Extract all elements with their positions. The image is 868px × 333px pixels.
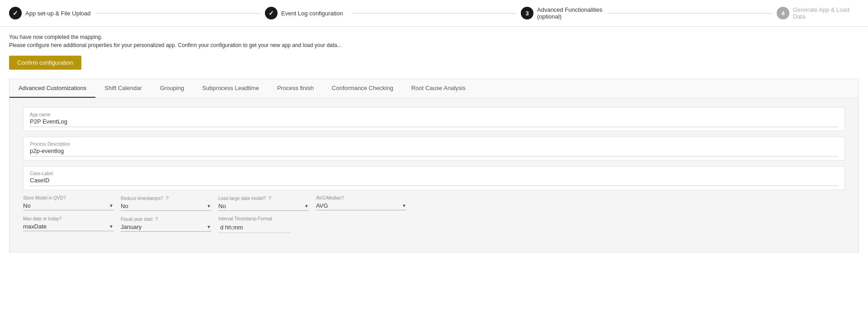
step-3-label: Advanced Functionalities (optional) [537, 6, 603, 20]
tab-root-cause-analysis[interactable]: Root Cause Analysis [402, 79, 475, 98]
step-1-circle: ✓ [9, 7, 22, 19]
step-3-number: 3 [525, 10, 528, 17]
tab-grouping[interactable]: Grouping [151, 79, 193, 98]
dropdowns-row-1: Store Model in QVD? No Yes ▼ Reduce time… [23, 195, 845, 211]
fiscal-year-arrow: ▼ [207, 224, 211, 229]
main-content: You have now completed the mapping. Plea… [0, 27, 868, 260]
step-4-label: Generate App & Load Data [793, 6, 859, 20]
max-date-wrapper: maxDate today ▼ [23, 223, 113, 231]
step-connector-1 [96, 13, 260, 14]
reduce-timestamps-help-icon: ? [166, 195, 169, 201]
store-model-field: Store Model in QVD? No Yes ▼ [23, 195, 113, 211]
step-2-label: Event Log configuration [281, 10, 343, 17]
step-1-checkmark: ✓ [13, 10, 18, 17]
avg-median-label: AVG/Median? [316, 195, 406, 200]
reduce-timestamps-arrow: ▼ [207, 204, 211, 209]
fiscal-year-wrapper: January February March April May June Ju… [121, 224, 211, 232]
step-connector-2 [352, 13, 516, 14]
stepper: ✓ App set-up & File Upload ✓ Event Log c… [0, 0, 868, 27]
step-3: 3 Advanced Functionalities (optional) [521, 6, 603, 20]
load-large-help-icon: ? [269, 195, 271, 201]
fiscal-year-help-icon: ? [155, 216, 158, 222]
case-label-value[interactable]: CaseID [30, 177, 838, 186]
avg-median-select[interactable]: AVG Median [316, 202, 400, 209]
avg-median-field: AVG/Median? AVG Median ▼ [316, 195, 406, 211]
reduce-timestamps-select[interactable]: No Yes [121, 203, 205, 209]
info-line2: Please configure here additional propert… [9, 42, 859, 48]
store-model-arrow: ▼ [109, 203, 113, 208]
store-model-wrapper: No Yes ▼ [23, 202, 113, 210]
max-date-arrow: ▼ [109, 224, 113, 229]
step-4-number: 4 [781, 10, 784, 17]
step-1-label: App set-up & File Upload [25, 10, 91, 17]
case-label-field: Case-Label CaseID [23, 166, 845, 190]
tab-content-advanced: App name P2P EventLog Process Descriptio… [9, 98, 859, 252]
app-name-field: App name P2P EventLog [23, 107, 845, 131]
load-large-wrapper: No Yes ▼ [218, 203, 309, 211]
step-connector-3 [608, 13, 772, 14]
fiscal-year-select[interactable]: January February March April May June Ju… [121, 224, 205, 230]
tab-shift-calendar[interactable]: Shift Calendar [95, 79, 151, 98]
process-description-field: Process Description p2p-eventlog [23, 137, 845, 161]
fiscal-year-label: Fiscal year start ? [121, 216, 211, 222]
step-1: ✓ App set-up & File Upload [9, 7, 91, 19]
load-large-select[interactable]: No Yes [218, 203, 302, 209]
step-2: ✓ Event Log configuration [265, 7, 347, 19]
reduce-timestamps-field: Reduce timestamps? ? No Yes ▼ [121, 195, 211, 211]
info-section: You have now completed the mapping. Plea… [9, 34, 859, 48]
tab-subprocess-leadtime[interactable]: Subprocess Leadtime [193, 79, 268, 98]
tab-process-finish[interactable]: Process finish [268, 79, 323, 98]
avg-median-wrapper: AVG Median ▼ [316, 202, 406, 210]
step-4: 4 Generate App & Load Data [777, 6, 859, 20]
app-name-value[interactable]: P2P EventLog [30, 118, 838, 127]
step-2-checkmark: ✓ [269, 10, 274, 17]
process-description-value[interactable]: p2p-eventlog [30, 147, 838, 157]
fiscal-year-field: Fiscal year start ? January February Mar… [121, 216, 211, 233]
case-label-label: Case-Label [30, 171, 838, 176]
step-3-circle: 3 [521, 7, 533, 19]
store-model-select[interactable]: No Yes [23, 202, 107, 209]
max-date-field: Max date or today? maxDate today ▼ [23, 216, 113, 233]
load-large-label: Load large data model? ? [218, 195, 309, 201]
store-model-label: Store Model in QVD? [23, 195, 113, 200]
tabs-header: Advanced Customizations Shift Calendar G… [9, 79, 859, 98]
dropdowns-row-2: Max date or today? maxDate today ▼ Fisca… [23, 216, 845, 233]
interval-format-input[interactable] [218, 223, 291, 233]
interval-format-label: Interval Timestamp Format [218, 216, 309, 221]
reduce-timestamps-label: Reduce timestamps? ? [121, 195, 211, 201]
app-name-label: App name [30, 112, 838, 117]
confirm-configuration-button[interactable]: Confirm configuration [9, 56, 81, 70]
process-description-label: Process Description [30, 142, 838, 147]
tab-advanced-customizations[interactable]: Advanced Customizations [9, 79, 95, 98]
tab-conformance-checking[interactable]: Conformance Checking [323, 79, 402, 98]
tabs-container: Advanced Customizations Shift Calendar G… [9, 79, 859, 252]
info-line1: You have now completed the mapping. [9, 34, 859, 40]
reduce-timestamps-wrapper: No Yes ▼ [121, 203, 211, 211]
load-large-field: Load large data model? ? No Yes ▼ [218, 195, 309, 211]
interval-format-field: Interval Timestamp Format [218, 216, 309, 233]
load-large-arrow: ▼ [304, 204, 309, 209]
avg-median-arrow: ▼ [402, 203, 406, 208]
max-date-select[interactable]: maxDate today [23, 223, 107, 230]
step-4-circle: 4 [777, 7, 789, 19]
max-date-label: Max date or today? [23, 216, 113, 221]
step-2-circle: ✓ [265, 7, 278, 19]
